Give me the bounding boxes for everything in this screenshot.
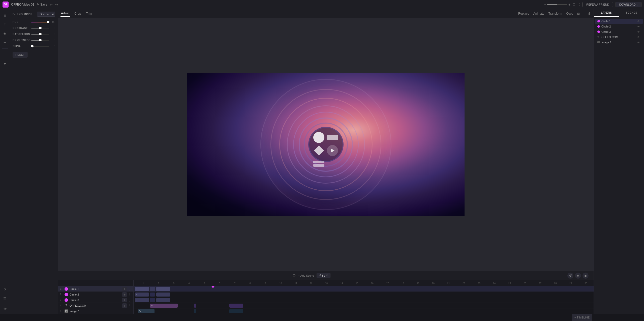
tab-scenes[interactable]: SCENES: [619, 9, 644, 17]
track-row-2: +: [134, 292, 594, 297]
clip-4b[interactable]: [194, 304, 196, 308]
sidebar-icon-elements[interactable]: ◈: [1, 29, 9, 37]
clip-3c[interactable]: [156, 298, 170, 302]
download-button[interactable]: DOWNLOAD ↓: [616, 2, 641, 7]
layer-item-1[interactable]: Circle 1 👁: [595, 19, 643, 24]
blend-mode-row: BLEND MODE Screen Normal Multiply: [13, 12, 55, 17]
saturation-slider[interactable]: [31, 32, 49, 36]
canvas-preview: [187, 73, 465, 216]
sidebar-icon-media[interactable]: ⊹: [1, 38, 9, 46]
clip-5c[interactable]: [229, 309, 243, 313]
redo-icon[interactable]: ↪: [55, 3, 58, 7]
layer-item-3[interactable]: Circle 3 👁: [595, 29, 643, 34]
track-add-2[interactable]: +: [122, 292, 127, 297]
clip-3a[interactable]: +: [135, 298, 149, 302]
clip-4c[interactable]: [229, 304, 243, 308]
layer-name-5: Image 1: [601, 41, 635, 44]
copy-icon[interactable]: ⊡: [577, 12, 580, 15]
clip-5b[interactable]: [194, 309, 196, 313]
sidebar-icon-settings[interactable]: ☰: [1, 295, 9, 303]
layer-visibility-5[interactable]: 👁: [636, 41, 640, 44]
blend-mode-select[interactable]: Screen Normal Multiply: [37, 12, 55, 17]
contrast-value: 0: [51, 26, 55, 30]
clip-1a[interactable]: +: [135, 287, 149, 291]
ruler-marks: 1 2 3 4 5 6 7 8 9 10 11 12 13 14: [136, 282, 594, 284]
layer-item-5[interactable]: Image 1 👁: [595, 40, 643, 45]
timeline-area: 1 Circle 1 + ⋮ 2 Circle 2 + ⋮ 3 Circle 3: [58, 280, 594, 314]
transform-button[interactable]: Transform: [548, 12, 562, 15]
track-add-1[interactable]: +: [122, 287, 127, 291]
loop-icon: ↺: [319, 274, 321, 277]
fit-view-icon[interactable]: ⊡: [572, 3, 575, 7]
ruler-mark-11: 11: [288, 282, 304, 284]
clip-3b[interactable]: [150, 298, 155, 302]
canvas-area[interactable]: [58, 18, 594, 271]
clip-1b[interactable]: [150, 287, 155, 291]
sidebar-icon-brand[interactable]: ⊡: [1, 51, 9, 59]
timeline-toggle[interactable]: ≡ TIMELINE: [572, 314, 592, 321]
animate-button[interactable]: Animate: [533, 12, 544, 15]
clip-2c[interactable]: [156, 293, 170, 297]
track-add-4[interactable]: +: [122, 303, 127, 308]
ruler-mark-10: 10: [273, 282, 288, 284]
copy-button[interactable]: Copy: [566, 12, 573, 15]
clip-4a[interactable]: ✎: [150, 304, 178, 308]
track-more-4[interactable]: ⋮: [128, 304, 131, 307]
track-more-3[interactable]: ⋮: [128, 298, 131, 302]
undo-icon[interactable]: ↩: [50, 3, 53, 7]
top-bar: OF OFFEO Video 01 ✎ Save ↩ ↪ − + ⊡ ⛶ REF…: [0, 0, 644, 9]
ruler-mark-7: 7: [227, 282, 242, 284]
delete-icon[interactable]: 🗑: [588, 12, 591, 15]
brightness-slider[interactable]: [31, 38, 49, 42]
timeline-track-label-5[interactable]: 5 🖼 Image 1: [58, 308, 133, 314]
play-icon[interactable]: ①: [292, 274, 296, 278]
track-add-3[interactable]: +: [122, 298, 127, 302]
timeline-track-label-3[interactable]: 3 Circle 3 + ⋮: [58, 297, 133, 303]
timeline-track-label-2[interactable]: 2 Circle 2 + ⋮: [58, 292, 133, 297]
layer-visibility-2[interactable]: 👁: [636, 25, 640, 28]
sidebar-icon-text[interactable]: T: [1, 20, 9, 28]
playback-record-icon[interactable]: ●: [575, 273, 581, 279]
sidebar-icon-profile[interactable]: ◎: [1, 304, 9, 312]
layer-visibility-3[interactable]: 👁: [636, 31, 640, 33]
sidebar-icon-favorites[interactable]: ♥: [1, 60, 9, 68]
layer-visibility-4[interactable]: 👁: [636, 36, 640, 39]
layer-name-2: Circle 2: [601, 25, 635, 28]
track-more-1[interactable]: ⋮: [128, 287, 131, 291]
track-more-2[interactable]: ⋮: [128, 293, 131, 296]
sidebar-icon-layers[interactable]: ⊞: [1, 11, 9, 19]
tab-trim[interactable]: Trim: [85, 11, 93, 16]
layer-item-4[interactable]: T OFFEO.COM 👁: [595, 35, 643, 40]
reset-button[interactable]: RESET: [13, 52, 27, 57]
fullscreen-icon[interactable]: ⛶: [576, 3, 580, 7]
sepia-slider[interactable]: [31, 44, 49, 48]
timeline-track-label-1[interactable]: 1 Circle 1 + ⋮: [58, 286, 133, 292]
sidebar-icon-help[interactable]: ?: [1, 286, 9, 294]
replace-button[interactable]: Replace: [518, 12, 529, 15]
refer-friend-button[interactable]: REFER A FRIEND: [582, 2, 613, 7]
tab-layers[interactable]: LAYERS: [594, 9, 619, 17]
clip-2a[interactable]: +: [135, 293, 149, 297]
timeline-track-label-4[interactable]: 4 T OFFEO.COM + ⋮: [58, 303, 133, 308]
sepia-label: SEPIA: [13, 45, 30, 48]
tab-adjust[interactable]: Adjust: [60, 11, 70, 17]
layer-visibility-1[interactable]: 👁: [636, 20, 640, 23]
hue-slider[interactable]: [31, 20, 49, 24]
zoom-bar[interactable]: [547, 4, 567, 5]
clip-5a[interactable]: ✎: [138, 309, 155, 313]
ruler-mark-24: 24: [487, 282, 502, 284]
add-scene-button[interactable]: + Add Scene: [298, 274, 314, 277]
playback-stop-icon[interactable]: ■: [582, 273, 589, 279]
logo-diamond-shape: [314, 145, 324, 156]
ruler-mark-9: 9: [258, 282, 273, 284]
playback-rewind-icon[interactable]: ↺: [567, 273, 573, 279]
layer-item-2[interactable]: Circle 2 👁: [595, 24, 643, 29]
zoom-out-icon[interactable]: −: [544, 3, 546, 7]
clip-2b[interactable]: [150, 293, 155, 297]
zoom-in-icon[interactable]: +: [568, 3, 570, 7]
clip-1c[interactable]: [156, 287, 170, 291]
save-button[interactable]: ✎ Save: [37, 3, 47, 6]
contrast-slider[interactable]: [31, 26, 49, 30]
timeline-header: [58, 280, 133, 286]
tab-crop[interactable]: Crop: [74, 11, 81, 16]
